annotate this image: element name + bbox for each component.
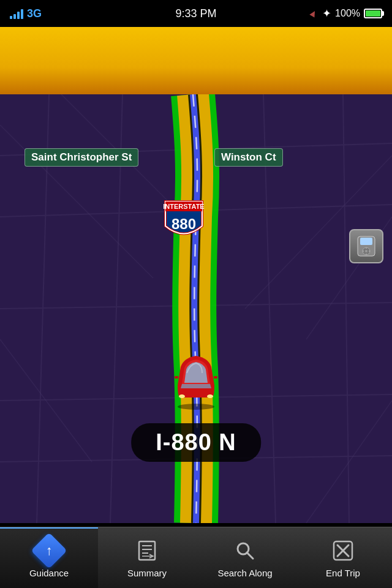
- bluetooth-icon: ✦: [322, 7, 331, 20]
- tab-end-trip-label: End Trip: [326, 568, 360, 578]
- car-icon: [168, 342, 224, 410]
- svg-point-27: [179, 394, 185, 398]
- tab-end-trip[interactable]: End Trip: [294, 527, 392, 588]
- svg-text:INTERSTATE: INTERSTATE: [163, 203, 204, 210]
- tab-search-along[interactable]: Search Along: [196, 527, 294, 588]
- svg-point-26: [178, 404, 214, 410]
- svg-point-28: [207, 394, 213, 398]
- svg-text:880: 880: [172, 216, 196, 232]
- top-banner: [0, 27, 392, 94]
- status-left: 3G: [10, 7, 42, 20]
- tab-summary-label: Summary: [127, 568, 167, 578]
- svg-rect-19: [360, 238, 372, 245]
- interstate-shield: INTERSTATE 880: [162, 198, 205, 241]
- svg-line-8: [343, 94, 349, 523]
- battery-icon: [364, 9, 382, 18]
- media-button[interactable]: [349, 229, 383, 263]
- tab-search-along-label: Search Along: [217, 568, 272, 578]
- svg-point-21: [365, 250, 368, 252]
- status-time: 9:33 PM: [175, 7, 216, 20]
- summary-icon-wrap: [134, 537, 160, 564]
- svg-rect-29: [175, 376, 178, 379]
- signal-bars: [10, 8, 23, 19]
- summary-icon: [136, 540, 158, 562]
- map-area[interactable]: Saint Christopher St Winston Ct INTERSTA…: [0, 94, 392, 523]
- road-name-banner: I-880 N: [131, 423, 261, 462]
- tab-bar: ↑ Guidance Summary Search A: [0, 527, 392, 588]
- search-icon: [234, 540, 256, 562]
- network-type: 3G: [27, 7, 42, 20]
- ipod-icon: [355, 235, 377, 257]
- guidance-icon: ↑: [31, 532, 67, 568]
- tab-guidance-label: Guidance: [29, 568, 69, 578]
- svg-line-37: [247, 552, 253, 559]
- svg-rect-31: [139, 541, 155, 560]
- status-bar: 3G 9:33 PM ▲ ✦ 100%: [0, 0, 392, 27]
- street-label-saint-christopher: Saint Christopher St: [24, 148, 138, 167]
- status-right: ▲ ✦ 100%: [309, 7, 382, 20]
- tab-summary[interactable]: Summary: [98, 527, 196, 588]
- search-icon-wrap: [232, 537, 258, 564]
- street-label-winston: Winston Ct: [214, 148, 283, 167]
- close-icon: [332, 540, 354, 562]
- guidance-icon-wrap: ↑: [36, 537, 62, 564]
- location-icon: ▲: [307, 6, 321, 21]
- tab-guidance[interactable]: ↑ Guidance: [0, 527, 98, 588]
- end-trip-icon-wrap: [330, 537, 356, 564]
- svg-rect-30: [214, 376, 217, 379]
- battery-percent: 100%: [335, 8, 360, 19]
- arrow-icon: ↑: [46, 543, 53, 559]
